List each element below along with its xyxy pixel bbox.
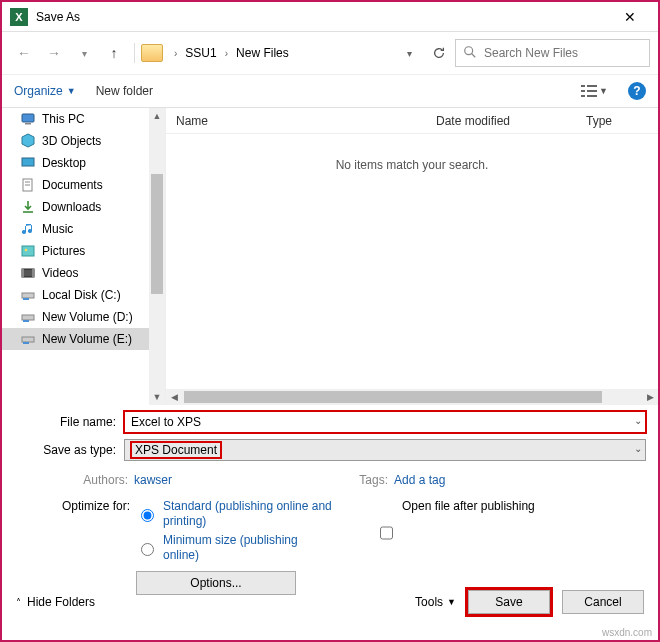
documents-icon (20, 177, 36, 193)
back-button[interactable]: ← (10, 39, 38, 67)
breadcrumb-dropdown[interactable]: ▾ (401, 48, 418, 59)
nav-bar: ← → ▾ ↑ › SSU1 › New Files ▾ (2, 32, 658, 74)
savetype-value: XPS Document (131, 442, 221, 458)
tree-videos[interactable]: Videos (2, 262, 165, 284)
svg-rect-2 (581, 85, 585, 87)
save-button[interactable]: Save (468, 590, 550, 614)
svg-rect-8 (22, 114, 34, 122)
svg-rect-23 (23, 320, 29, 322)
hide-folders-button[interactable]: ˄ Hide Folders (16, 595, 95, 609)
videos-icon (20, 265, 36, 281)
view-menu[interactable]: ▼ (581, 85, 608, 97)
column-headers: Name Date modified Type (166, 108, 658, 134)
tags-label: Tags: (334, 473, 394, 487)
svg-rect-5 (587, 90, 597, 92)
search-icon (463, 45, 477, 59)
cancel-button[interactable]: Cancel (562, 590, 644, 614)
svg-rect-25 (23, 342, 29, 344)
chevron-down-icon[interactable]: ⌄ (634, 415, 642, 426)
col-type[interactable]: Type (576, 114, 622, 128)
svg-rect-24 (22, 337, 34, 342)
svg-rect-18 (22, 269, 24, 277)
authors-value[interactable]: kawser (134, 473, 172, 487)
tools-menu[interactable]: Tools ▼ (415, 595, 456, 609)
drive-icon (20, 309, 36, 325)
chevron-down-icon[interactable]: ⌄ (634, 443, 642, 454)
tree-local-disk-c[interactable]: Local Disk (C:) (2, 284, 165, 306)
tree-this-pc[interactable]: This PC (2, 108, 165, 130)
close-button[interactable]: ✕ (610, 9, 650, 25)
radio-input[interactable] (141, 536, 154, 563)
title-bar: X Save As ✕ (2, 2, 658, 32)
tree-pictures[interactable]: Pictures (2, 240, 165, 262)
col-name[interactable]: Name (166, 114, 426, 128)
filename-label: File name: (14, 415, 124, 429)
radio-input[interactable] (141, 502, 154, 529)
svg-rect-4 (581, 90, 585, 92)
empty-message: No items match your search. (166, 134, 658, 389)
chevron-right-icon: › (221, 48, 232, 59)
help-button[interactable]: ? (628, 82, 646, 100)
drive-icon (20, 287, 36, 303)
svg-rect-10 (22, 158, 34, 166)
svg-rect-20 (22, 293, 34, 298)
breadcrumb[interactable]: › SSU1 › New Files ▾ (165, 39, 423, 67)
window-title: Save As (36, 10, 610, 24)
nav-tree: This PC 3D Objects Desktop Documents Dow… (2, 108, 165, 405)
scroll-up-icon[interactable]: ▲ (149, 108, 165, 124)
svg-rect-22 (22, 315, 34, 320)
recent-dropdown[interactable]: ▾ (70, 39, 98, 67)
toolbar: Organize▼ New folder ▼ ? (2, 74, 658, 108)
tree-desktop[interactable]: Desktop (2, 152, 165, 174)
scroll-right-icon[interactable]: ▶ (642, 389, 658, 405)
breadcrumb-seg[interactable]: SSU1 (185, 46, 216, 60)
downloads-icon (20, 199, 36, 215)
svg-rect-6 (581, 95, 585, 97)
open-after-checkbox[interactable]: Open file after publishing (376, 499, 535, 567)
optimize-standard-radio[interactable]: Standard (publishing online and printing… (136, 499, 336, 529)
optimize-label: Optimize for: (54, 499, 136, 567)
tree-downloads[interactable]: Downloads (2, 196, 165, 218)
search-box (455, 39, 650, 67)
svg-rect-3 (587, 85, 597, 87)
tree-new-volume-d[interactable]: New Volume (D:) (2, 306, 165, 328)
tree-3d-objects[interactable]: 3D Objects (2, 130, 165, 152)
chevron-down-icon: ▼ (447, 597, 456, 607)
tags-value[interactable]: Add a tag (394, 473, 445, 487)
chevron-up-icon: ˄ (16, 597, 21, 608)
checkbox-input[interactable] (380, 502, 393, 564)
scroll-thumb[interactable] (151, 174, 163, 294)
optimize-minimum-radio[interactable]: Minimum size (publishing online) (136, 533, 336, 563)
scroll-thumb[interactable] (184, 391, 602, 403)
svg-point-0 (465, 47, 473, 55)
pictures-icon (20, 243, 36, 259)
refresh-button[interactable] (425, 39, 453, 67)
savetype-label: Save as type: (14, 443, 124, 457)
excel-icon: X (10, 8, 28, 26)
new-folder-button[interactable]: New folder (96, 84, 153, 98)
filename-input[interactable] (124, 411, 646, 433)
svg-rect-21 (23, 298, 29, 300)
body: This PC 3D Objects Desktop Documents Dow… (2, 108, 658, 405)
tree-new-volume-e[interactable]: New Volume (E:) (2, 328, 165, 350)
tree-music[interactable]: Music (2, 218, 165, 240)
scroll-left-icon[interactable]: ◀ (166, 389, 182, 405)
breadcrumb-seg[interactable]: New Files (236, 46, 289, 60)
savetype-combo[interactable]: XPS Document (124, 439, 646, 461)
footer: ˄ Hide Folders Tools ▼ Save Cancel (2, 584, 658, 620)
file-list: Name Date modified Type No items match y… (165, 108, 658, 405)
tree-documents[interactable]: Documents (2, 174, 165, 196)
form: File name: ⌄ Save as type: XPS Document … (2, 405, 658, 595)
desktop-icon (20, 155, 36, 171)
h-scrollbar[interactable]: ◀ ▶ (166, 389, 658, 405)
svg-rect-15 (22, 246, 34, 256)
col-date[interactable]: Date modified (426, 114, 576, 128)
organize-menu[interactable]: Organize▼ (14, 84, 76, 98)
scroll-down-icon[interactable]: ▼ (149, 389, 165, 405)
tree-scrollbar[interactable]: ▲ ▼ (149, 108, 165, 405)
search-input[interactable] (455, 39, 650, 67)
svg-point-16 (25, 249, 28, 252)
forward-button: → (40, 39, 68, 67)
up-button[interactable]: ↑ (100, 39, 128, 67)
authors-label: Authors: (74, 473, 134, 487)
